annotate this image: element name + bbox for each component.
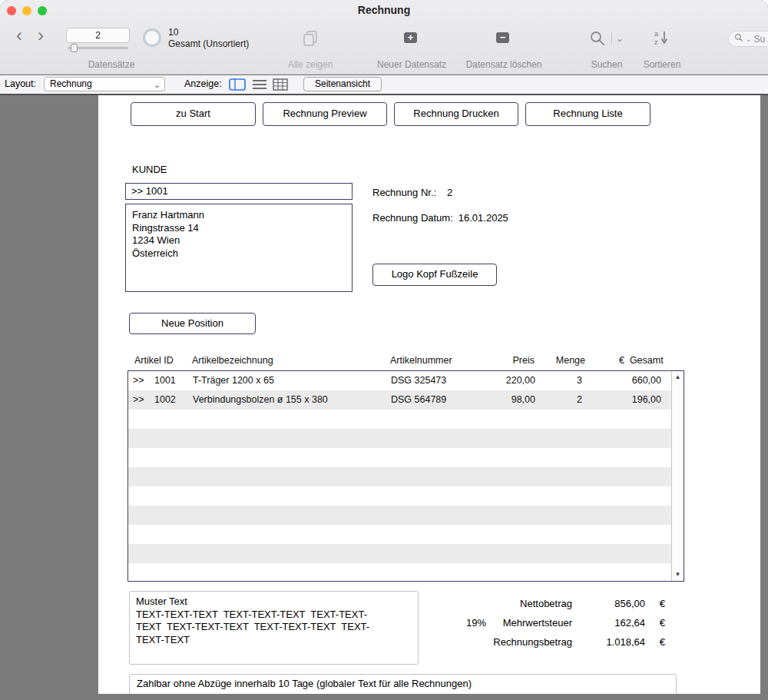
gesamt-cell[interactable]: 660,00 xyxy=(597,371,661,390)
artikelnummer-cell[interactable]: DSG 564789 xyxy=(391,390,446,410)
portal-row-empty xyxy=(128,486,684,506)
kunde-label: KUNDE xyxy=(132,164,167,175)
portal-row-empty xyxy=(128,410,684,429)
sort-icon[interactable]: a z xyxy=(652,28,670,50)
zahlungsbedingungen-text: Zahlbar ohne Abzüge innerhalb 10 Tage (g… xyxy=(137,678,472,689)
artikel-id-cell[interactable]: 1001 xyxy=(154,371,176,390)
portal-scrollbar[interactable]: ▲ ▼ xyxy=(671,371,684,581)
toolbar: Rechnung ‹ › 2 10 Gesamt (Unsortiert) Da… xyxy=(0,0,768,75)
portal-row-empty xyxy=(128,544,684,563)
portal-row-empty xyxy=(128,563,684,582)
layout-label: Layout: xyxy=(5,78,36,89)
artikel-id-cell[interactable]: 1002 xyxy=(154,390,176,410)
sortieren-label: Sortieren xyxy=(635,59,689,70)
portal-row-empty xyxy=(128,467,684,486)
artikelbezeichnung-cell[interactable]: Verbindungsbolzen ø 155 x 380 xyxy=(193,390,328,410)
rechnung-liste-button[interactable]: Rechnung Liste xyxy=(525,102,650,126)
portal-row-empty xyxy=(128,448,684,467)
new-record-icon[interactable]: + xyxy=(404,32,417,43)
nettobetrag-label: Nettobetrag xyxy=(520,596,572,612)
app-window: Rechnung ‹ › 2 10 Gesamt (Unsortiert) Da… xyxy=(0,0,768,700)
kunde-address-field[interactable]: Franz Hartmann Ringstrasse 14 1234 Wien … xyxy=(125,204,353,292)
quick-search-input[interactable]: ⌄ Su xyxy=(728,31,768,47)
header-artikelbezeichnung: Artikelbezeichnung xyxy=(192,355,273,366)
neuer-datensatz-label: Neuer Datensatz xyxy=(366,59,458,70)
mwst-prozent: 19% xyxy=(466,615,486,631)
total-row-rechnungsbetrag: Rechnungsbetrag 1.018,64 € xyxy=(406,635,667,650)
window-title: Rechnung xyxy=(0,4,768,16)
quick-search-text: Su xyxy=(754,34,766,45)
layout-dropdown[interactable]: Rechnung ⌄ xyxy=(44,77,165,91)
show-all-icon[interactable] xyxy=(301,29,319,51)
muster-text-line: TEXT-TEXT xyxy=(136,634,412,647)
positions-portal: >> 1001 T-Träger 1200 x 65 DSG 325473 22… xyxy=(127,370,684,582)
kunde-id-field[interactable]: >> 1001 xyxy=(125,183,353,200)
portal-row: >> 1002 Verbindungsbolzen ø 155 x 380 DS… xyxy=(128,390,684,410)
muster-text-line: TEXT-TEXT-TEXT TEXT-TEXT-TEXT TEXT-TEXT- xyxy=(136,609,412,622)
seitenansicht-button[interactable]: Seitenansicht xyxy=(303,77,382,91)
header-artikelnummer: Artikelnummer xyxy=(390,355,452,366)
mehrwertsteuer-label: Mehrwertsteuer xyxy=(503,615,572,631)
datensatz-loeschen-label: Datensatz löschen xyxy=(458,59,550,70)
currency-symbol: € xyxy=(660,615,665,631)
goto-article-marker[interactable]: >> xyxy=(133,371,144,390)
rechnung-datum-row: Rechnung Datum:16.01.2025 xyxy=(372,212,508,224)
scroll-down-icon[interactable]: ▼ xyxy=(672,570,684,579)
preis-cell[interactable]: 220,00 xyxy=(474,371,535,390)
current-record-field[interactable]: 2 xyxy=(66,28,130,43)
header-artikel-id: Artikel ID xyxy=(134,355,174,366)
preis-cell[interactable]: 98,00 xyxy=(474,390,535,410)
gesamt-cell[interactable]: 196,00 xyxy=(597,390,661,410)
menge-cell[interactable]: 3 xyxy=(542,371,582,390)
total-record-count: 10 xyxy=(168,27,178,38)
found-set-pie-icon[interactable] xyxy=(143,28,161,47)
next-record-icon[interactable]: › xyxy=(38,25,44,45)
artikelnummer-cell[interactable]: DSG 325473 xyxy=(391,371,446,390)
delete-record-icon[interactable]: − xyxy=(496,32,509,43)
muster-text-line: Muster Text xyxy=(136,595,412,609)
portal-row-empty xyxy=(128,506,684,525)
layout-bar: Layout: Rechnung ⌄ Anzeige: Seitenansich… xyxy=(0,75,768,94)
rechnung-nr-label: Rechnung Nr.: xyxy=(372,187,436,198)
mehrwertsteuer-value: 162,64 xyxy=(614,615,645,631)
form-view-icon[interactable] xyxy=(229,78,247,91)
menge-cell[interactable]: 2 xyxy=(542,390,582,410)
artikelbezeichnung-cell[interactable]: T-Träger 1200 x 65 xyxy=(193,371,274,390)
search-dropdown-chevron-icon[interactable]: ⌄ xyxy=(611,32,624,45)
alle-zeigen-label: Alle zeigen xyxy=(272,59,349,70)
portal-rows: >> 1001 T-Träger 1200 x 65 DSG 325473 22… xyxy=(128,371,684,581)
neue-position-button[interactable]: Neue Position xyxy=(129,313,256,334)
quick-search-chevron-icon: ⌄ xyxy=(746,35,752,43)
rechnungsbetrag-value: 1.018,64 xyxy=(606,635,645,650)
rechnungsbetrag-label: Rechnungsbetrag xyxy=(493,635,572,650)
layout-dropdown-value: Rechnung xyxy=(50,78,92,89)
rechnung-drucken-button[interactable]: Rechnung Drucken xyxy=(394,102,518,126)
portal-row-empty xyxy=(128,429,684,448)
record-slider-thumb[interactable] xyxy=(71,44,78,52)
table-view-icon[interactable] xyxy=(273,78,291,91)
rechnung-preview-button[interactable]: Rechnung Preview xyxy=(263,102,387,126)
muster-text-field[interactable]: Muster Text TEXT-TEXT-TEXT TEXT-TEXT-TEX… xyxy=(129,591,419,665)
previous-record-icon[interactable]: ‹ xyxy=(16,25,22,45)
total-row-mwst: 19% Mehrwertsteuer 162,64 € xyxy=(406,615,667,631)
scroll-up-icon[interactable]: ▲ xyxy=(672,373,684,382)
currency-symbol: € xyxy=(660,596,665,612)
zahlungsbedingungen-field[interactable]: Zahlbar ohne Abzüge innerhalb 10 Tage (g… xyxy=(129,674,677,694)
header-preis: Preis xyxy=(498,355,535,366)
anzeige-label: Anzeige: xyxy=(184,78,222,89)
address-line: Österreich xyxy=(132,247,346,260)
list-view-icon[interactable] xyxy=(252,78,270,91)
rechnung-nr-row: Rechnung Nr.:2 xyxy=(372,187,452,198)
logo-kopf-fusszeile-button[interactable]: Logo Kopf Fußzeile xyxy=(372,264,497,286)
invoice-page: zu Start Rechnung Preview Rechnung Druck… xyxy=(98,95,760,694)
total-row-netto: Nettobetrag 856,00 € xyxy=(406,596,667,612)
rechnung-nr-value: 2 xyxy=(447,187,452,198)
goto-article-marker[interactable]: >> xyxy=(133,390,144,410)
search-icon[interactable] xyxy=(589,30,606,50)
suchen-label: Suchen xyxy=(584,59,630,70)
header-gesamt: € Gesamt xyxy=(619,355,667,366)
zu-start-button[interactable]: zu Start xyxy=(131,102,256,126)
header-menge: Menge xyxy=(547,355,585,366)
svg-text:z: z xyxy=(654,38,658,46)
total-record-label: Gesamt (Unsortiert) xyxy=(168,38,249,49)
